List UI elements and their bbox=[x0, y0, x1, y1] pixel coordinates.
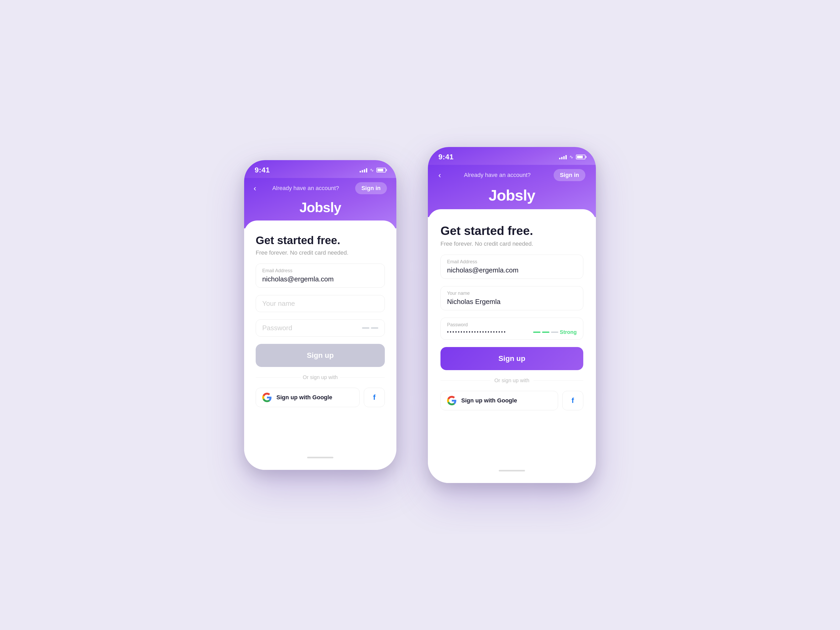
card-subtitle-small: Free forever. No credit card needed. bbox=[256, 249, 385, 256]
phone-card-small: Get started free. Free forever. No credi… bbox=[244, 221, 396, 470]
scroll-indicator-small bbox=[256, 457, 385, 458]
already-account-text-small: Already have an account? bbox=[272, 185, 339, 192]
status-time-small: 9:41 bbox=[255, 166, 270, 174]
email-field-small[interactable]: Email Address nicholas@ergemla.com bbox=[256, 264, 385, 288]
email-label-small: Email Address bbox=[262, 268, 378, 273]
name-placeholder-small: Your name bbox=[262, 300, 378, 308]
signup-button-large[interactable]: Sign up bbox=[441, 347, 583, 370]
social-row-small: Sign up with Google f bbox=[256, 388, 385, 407]
or-divider-large: Or sign up with bbox=[441, 377, 583, 384]
email-value-large: nicholas@ergemla.com bbox=[447, 266, 577, 274]
email-field-large[interactable]: Email Address nicholas@ergemla.com bbox=[441, 255, 583, 279]
facebook-icon-large: f bbox=[572, 396, 574, 405]
phone-small: 9:41 ∿ ‹ Already have an account? Sign i bbox=[244, 160, 396, 470]
app-logo-large: Jobsly bbox=[438, 186, 585, 204]
already-account-text-large: Already have an account? bbox=[464, 172, 531, 178]
google-label-large: Sign up with Google bbox=[461, 397, 517, 404]
name-label-large: Your name bbox=[447, 291, 577, 296]
google-signin-button-small[interactable]: Sign up with Google bbox=[256, 388, 360, 407]
nav-row-small: ‹ Already have an account? Sign in bbox=[254, 182, 387, 194]
strength-indicator-small bbox=[362, 327, 378, 328]
facebook-icon-small: f bbox=[373, 393, 375, 402]
facebook-signin-button-small[interactable]: f bbox=[364, 388, 385, 407]
card-title-large: Get started free. bbox=[441, 224, 583, 238]
status-icons-small: ∿ bbox=[360, 167, 386, 173]
password-label-large: Password bbox=[447, 322, 577, 328]
wifi-icon-large: ∿ bbox=[569, 154, 573, 160]
phone-large: 9:41 ∿ ‹ Already have an account? Sign i bbox=[428, 147, 596, 483]
password-row-large: •••••••••••••••••••••• Strong bbox=[447, 329, 577, 335]
password-row-small: Password bbox=[262, 324, 378, 332]
name-value-large: Nicholas Ergemla bbox=[447, 298, 577, 306]
status-bar-small: 9:41 ∿ bbox=[244, 160, 396, 178]
social-row-large: Sign up with Google f bbox=[441, 391, 583, 410]
sign-in-button-small[interactable]: Sign in bbox=[355, 182, 387, 194]
password-field-small[interactable]: Password bbox=[256, 319, 385, 336]
battery-icon-small bbox=[376, 168, 386, 172]
card-title-small: Get started free. bbox=[256, 234, 385, 247]
strength-label-large: Strong bbox=[560, 329, 577, 335]
password-field-large[interactable]: Password •••••••••••••••••••••• Strong bbox=[441, 317, 583, 339]
or-divider-small: Or sign up with bbox=[256, 374, 385, 381]
signal-icon-small bbox=[360, 168, 367, 172]
status-time-large: 9:41 bbox=[438, 153, 453, 161]
facebook-signin-button-large[interactable]: f bbox=[562, 391, 583, 410]
app-logo-small: Jobsly bbox=[254, 199, 387, 215]
scene: 9:41 ∿ ‹ Already have an account? Sign i bbox=[0, 0, 840, 630]
battery-icon-large bbox=[576, 155, 585, 159]
email-label-large: Email Address bbox=[447, 259, 577, 265]
back-button-small[interactable]: ‹ bbox=[254, 184, 256, 192]
email-value-small: nicholas@ergemla.com bbox=[262, 275, 378, 283]
signup-button-small[interactable]: Sign up bbox=[256, 344, 385, 367]
status-icons-large: ∿ bbox=[559, 154, 585, 160]
scroll-indicator-large bbox=[441, 470, 583, 471]
back-button-large[interactable]: ‹ bbox=[438, 171, 441, 179]
password-placeholder-small: Password bbox=[262, 324, 292, 332]
google-signin-button-large[interactable]: Sign up with Google bbox=[441, 391, 558, 410]
name-field-small[interactable]: Your name bbox=[256, 295, 385, 312]
card-subtitle-large: Free forever. No credit card needed. bbox=[441, 240, 583, 247]
nav-row-large: ‹ Already have an account? Sign in bbox=[438, 169, 585, 181]
name-field-large[interactable]: Your name Nicholas Ergemla bbox=[441, 286, 583, 310]
wifi-icon-small: ∿ bbox=[370, 167, 374, 173]
google-icon-large bbox=[447, 396, 456, 405]
strength-indicator-large: Strong bbox=[533, 329, 577, 335]
phone-card-large: Get started free. Free forever. No credi… bbox=[428, 209, 596, 483]
signal-icon-large bbox=[559, 155, 567, 159]
google-label-small: Sign up with Google bbox=[276, 394, 332, 401]
status-bar-large: 9:41 ∿ bbox=[428, 147, 596, 165]
google-icon-small bbox=[262, 393, 272, 402]
sign-in-button-large[interactable]: Sign in bbox=[554, 169, 585, 181]
password-dots-large: •••••••••••••••••••••• bbox=[447, 330, 507, 335]
